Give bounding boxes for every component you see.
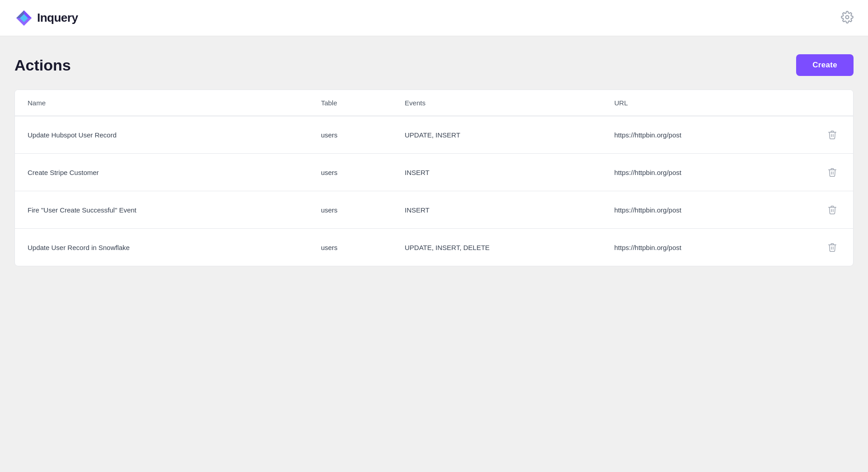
cell-action xyxy=(811,229,853,266)
cell-url: https://httpbin.org/post xyxy=(602,154,811,191)
cell-events: INSERT xyxy=(392,154,602,191)
col-header-name: Name xyxy=(15,90,308,116)
trash-icon xyxy=(827,205,837,215)
col-header-events: Events xyxy=(392,90,602,116)
header: Inquery xyxy=(0,0,868,36)
gear-icon xyxy=(841,11,854,24)
delete-button[interactable] xyxy=(826,165,839,179)
logo-icon xyxy=(14,9,33,28)
delete-button[interactable] xyxy=(826,203,839,217)
cell-name: Fire "User Create Successful" Event xyxy=(15,191,308,229)
cell-table: users xyxy=(308,191,392,229)
main-content: Actions Create Name Table Events URL Upd… xyxy=(0,36,868,284)
table-row: Update User Record in SnowflakeusersUPDA… xyxy=(15,229,853,266)
table-header: Name Table Events URL xyxy=(15,90,853,116)
cell-url: https://httpbin.org/post xyxy=(602,191,811,229)
logo: Inquery xyxy=(14,9,78,28)
table-container: Name Table Events URL Update Hubspot Use… xyxy=(14,90,854,266)
trash-icon xyxy=(827,130,837,140)
cell-name: Update Hubspot User Record xyxy=(15,116,308,154)
trash-icon xyxy=(827,167,837,177)
col-header-action xyxy=(811,90,853,116)
cell-events: INSERT xyxy=(392,191,602,229)
table-row: Create Stripe CustomerusersINSERThttps:/… xyxy=(15,154,853,191)
cell-action xyxy=(811,154,853,191)
cell-action xyxy=(811,116,853,154)
actions-table: Name Table Events URL Update Hubspot Use… xyxy=(15,90,853,266)
table-header-row: Name Table Events URL xyxy=(15,90,853,116)
cell-table: users xyxy=(308,154,392,191)
table-row: Update Hubspot User RecordusersUPDATE, I… xyxy=(15,116,853,154)
delete-button[interactable] xyxy=(826,241,839,254)
cell-name: Update User Record in Snowflake xyxy=(15,229,308,266)
cell-url: https://httpbin.org/post xyxy=(602,229,811,266)
cell-url: https://httpbin.org/post xyxy=(602,116,811,154)
cell-action xyxy=(811,191,853,229)
cell-name: Create Stripe Customer xyxy=(15,154,308,191)
logo-text: Inquery xyxy=(37,11,78,25)
cell-events: UPDATE, INSERT, DELETE xyxy=(392,229,602,266)
col-header-table: Table xyxy=(308,90,392,116)
settings-button[interactable] xyxy=(841,11,854,25)
svg-point-4 xyxy=(846,15,849,19)
cell-table: users xyxy=(308,229,392,266)
page-title: Actions xyxy=(14,57,71,74)
trash-icon xyxy=(827,242,837,252)
table-row: Fire "User Create Successful" Eventusers… xyxy=(15,191,853,229)
table-body: Update Hubspot User RecordusersUPDATE, I… xyxy=(15,116,853,266)
col-header-url: URL xyxy=(602,90,811,116)
delete-button[interactable] xyxy=(826,128,839,142)
cell-table: users xyxy=(308,116,392,154)
create-button[interactable]: Create xyxy=(796,54,854,76)
page-header: Actions Create xyxy=(14,54,854,76)
cell-events: UPDATE, INSERT xyxy=(392,116,602,154)
